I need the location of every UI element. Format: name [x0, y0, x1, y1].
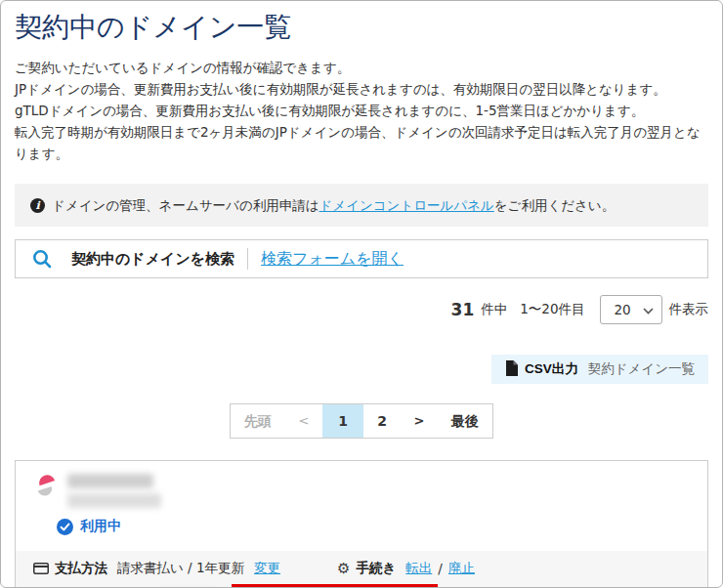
page-title: 契約中のドメイン一覧: [15, 11, 708, 44]
intro-line-3: gTLDドメインの場合、更新費用お支払い後に有効期限が延長されますのに、1-5営…: [15, 100, 708, 121]
pagination-wrap: 先頭 < 1 2 > 最後: [15, 403, 708, 439]
pagination-first[interactable]: 先頭: [231, 404, 285, 438]
per-page-value: 20: [615, 302, 631, 317]
pagination-last[interactable]: 最後: [438, 404, 492, 438]
file-icon: [505, 360, 518, 379]
domain-name-redacted-line1: [67, 474, 153, 488]
domain-card-head: [33, 471, 690, 508]
payment-procedure-row: 支払方法 請求書払い / 1年更新 変更 ⚙ 手続き 転出 / 廃止: [33, 560, 690, 577]
domain-card-footer: 支払方法 請求書払い / 1年更新 変更 ⚙ 手続き 転出 / 廃止 i サービ…: [16, 551, 707, 588]
domain-card: 利用中 支払方法 請求書払い / 1年更新 変更 ⚙ 手続き 転出 / 廃止: [15, 460, 708, 588]
procedure-separator: /: [438, 561, 443, 576]
site-favicon-icon: [33, 473, 60, 499]
search-divider: [247, 248, 248, 270]
domain-name[interactable]: [67, 471, 161, 508]
per-page-suffix: 件表示: [669, 301, 709, 318]
pagination-page-2[interactable]: 2: [363, 404, 401, 438]
intro-line-4: 転入完了時期が有効期限日まで2ヶ月未満のJPドメインの場合、ドメインの次回請求予…: [15, 121, 708, 164]
results-row: 31 件中 1〜20件目 20 件表示: [15, 295, 708, 324]
per-page-select[interactable]: 20: [600, 295, 662, 324]
pagination-next[interactable]: >: [401, 404, 438, 438]
notice-text: ドメインの管理、ネームサーバの利用申請はドメインコントロールパネルをご利用くださ…: [52, 195, 615, 215]
notice-text-after: をご利用ください。: [494, 197, 615, 213]
csv-export-label: CSV出力: [525, 360, 578, 378]
payment-card-icon: [33, 563, 49, 574]
status-badge: 利用中: [80, 518, 121, 535]
pagination-prev[interactable]: <: [285, 404, 322, 438]
payment-change-link[interactable]: 変更: [254, 560, 280, 577]
csv-export-button[interactable]: CSV出力 契約ドメイン一覧: [491, 355, 708, 384]
notice-box: i ドメインの管理、ネームサーバの利用申請はドメインコントロールパネルをご利用く…: [15, 184, 708, 227]
payment-value: 請求書払い / 1年更新: [117, 560, 244, 577]
results-range: 1〜20件目: [520, 301, 584, 318]
results-total: 31: [451, 300, 475, 319]
intro-line-2: JPドメインの場合、更新費用お支払い後に有効期限が延長されますのは、有効期限日の…: [15, 78, 708, 100]
domain-list-page: 契約中のドメイン一覧 ご契約いただいているドメインの情報が確認できます。 JPド…: [0, 0, 723, 588]
intro-line-1: ご契約いただいているドメインの情報が確認できます。: [15, 57, 708, 78]
search-icon: [31, 248, 53, 270]
results-total-suffix: 件中: [481, 301, 507, 318]
pagination-page-1[interactable]: 1: [322, 404, 363, 438]
search-bar: 契約中のドメインを検索 検索フォームを開く: [15, 239, 708, 278]
payment-label: 支払方法: [55, 560, 107, 577]
check-circle-icon: [57, 519, 73, 535]
domain-card-top: 利用中: [16, 461, 707, 545]
domain-name-redacted-line2: [67, 493, 161, 508]
intro-text: ご契約いただいているドメインの情報が確認できます。 JPドメインの場合、更新費用…: [15, 57, 708, 164]
csv-list-label: 契約ドメイン一覧: [588, 360, 695, 378]
cancel-domain-link[interactable]: 廃止: [448, 560, 475, 577]
procedure-label: 手続き: [357, 560, 397, 577]
search-label: 契約中のドメインを検索: [71, 250, 234, 269]
csv-row: CSV出力 契約ドメイン一覧: [15, 355, 708, 384]
status-row: 利用中: [57, 518, 690, 535]
control-panel-link[interactable]: ドメインコントロールパネル: [319, 197, 493, 213]
service-dates-row: i サービスコード 有効期限 2022年05月31日: [33, 584, 690, 588]
expiry-highlight-box: 有効期限 2022年05月31日: [232, 584, 438, 588]
gear-icon: ⚙: [337, 562, 350, 576]
open-search-form-link[interactable]: 検索フォームを開く: [261, 249, 404, 270]
notice-text-before: ドメインの管理、ネームサーバの利用申請は: [52, 197, 319, 213]
info-icon: i: [30, 198, 45, 213]
chevron-down-icon: [643, 302, 654, 317]
transfer-out-link[interactable]: 転出: [405, 560, 432, 577]
pagination: 先頭 < 1 2 > 最後: [230, 403, 493, 439]
